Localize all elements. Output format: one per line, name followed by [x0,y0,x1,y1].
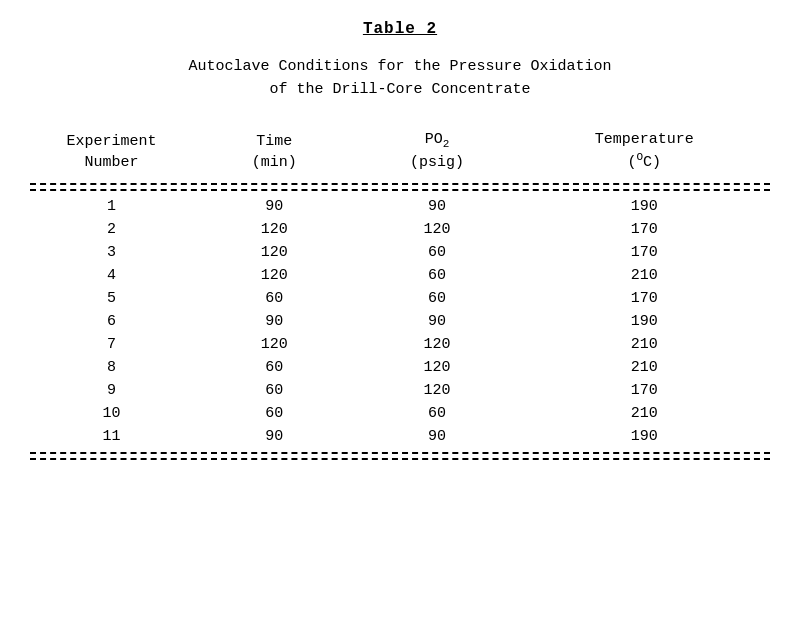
bottom-dashed-line-2 [30,458,770,460]
cell-po2: 60 [356,241,519,264]
cell-po2: 90 [356,195,519,218]
cell-time: 60 [193,402,356,425]
cell-time: 60 [193,356,356,379]
cell-temperature: 170 [518,379,770,402]
cell-temperature: 210 [518,356,770,379]
col-header-experiment: ExperimentNumber [30,125,193,179]
cell-temperature: 210 [518,402,770,425]
cell-temperature: 190 [518,310,770,333]
cell-temperature: 190 [518,195,770,218]
cell-temperature: 170 [518,241,770,264]
cell-time: 120 [193,218,356,241]
cell-time: 120 [193,264,356,287]
table-row: 106060210 [30,402,770,425]
table-row: 312060170 [30,241,770,264]
top-dashed-line-2 [30,189,770,191]
cell-experiment: 2 [30,218,193,241]
cell-experiment: 10 [30,402,193,425]
cell-po2: 60 [356,287,519,310]
cell-temperature: 170 [518,287,770,310]
cell-po2: 120 [356,356,519,379]
table-wrapper: ExperimentNumber Time(min) PO2(psig) Tem… [30,125,770,460]
cell-experiment: 1 [30,195,193,218]
cell-time: 120 [193,241,356,264]
cell-time: 120 [193,333,356,356]
table-row: 860120210 [30,356,770,379]
bottom-dashed-line [30,452,770,454]
table-row: 7120120210 [30,333,770,356]
cell-experiment: 5 [30,287,193,310]
cell-po2: 60 [356,402,519,425]
top-dashed-line [30,183,770,185]
page-title: Table 2 [30,20,770,38]
cell-time: 60 [193,379,356,402]
table-row: 19090190 [30,195,770,218]
table-row: 56060170 [30,287,770,310]
subtitle-line1: Autoclave Conditions for the Pressure Ox… [30,56,770,79]
cell-po2: 90 [356,425,519,448]
table-row: 119090190 [30,425,770,448]
cell-time: 60 [193,287,356,310]
cell-experiment: 3 [30,241,193,264]
cell-experiment: 8 [30,356,193,379]
cell-experiment: 6 [30,310,193,333]
cell-experiment: 7 [30,333,193,356]
subtitle-line2: of the Drill-Core Concentrate [30,79,770,102]
cell-experiment: 11 [30,425,193,448]
subtitle: Autoclave Conditions for the Pressure Ox… [30,56,770,101]
col-header-po2: PO2(psig) [356,125,519,179]
cell-temperature: 170 [518,218,770,241]
col-header-time: Time(min) [193,125,356,179]
data-rows-table: 1909019021201201703120601704120602105606… [30,195,770,448]
cell-time: 90 [193,310,356,333]
cell-temperature: 190 [518,425,770,448]
cell-experiment: 4 [30,264,193,287]
col-header-temperature: Temperature(OC) [518,125,770,179]
cell-po2: 120 [356,218,519,241]
cell-temperature: 210 [518,264,770,287]
table-row: 412060210 [30,264,770,287]
table-row: 2120120170 [30,218,770,241]
cell-po2: 120 [356,379,519,402]
data-table: ExperimentNumber Time(min) PO2(psig) Tem… [30,125,770,179]
cell-temperature: 210 [518,333,770,356]
cell-po2: 120 [356,333,519,356]
table-row: 69090190 [30,310,770,333]
cell-po2: 90 [356,310,519,333]
cell-time: 90 [193,425,356,448]
cell-po2: 60 [356,264,519,287]
cell-experiment: 9 [30,379,193,402]
cell-time: 90 [193,195,356,218]
table-row: 960120170 [30,379,770,402]
